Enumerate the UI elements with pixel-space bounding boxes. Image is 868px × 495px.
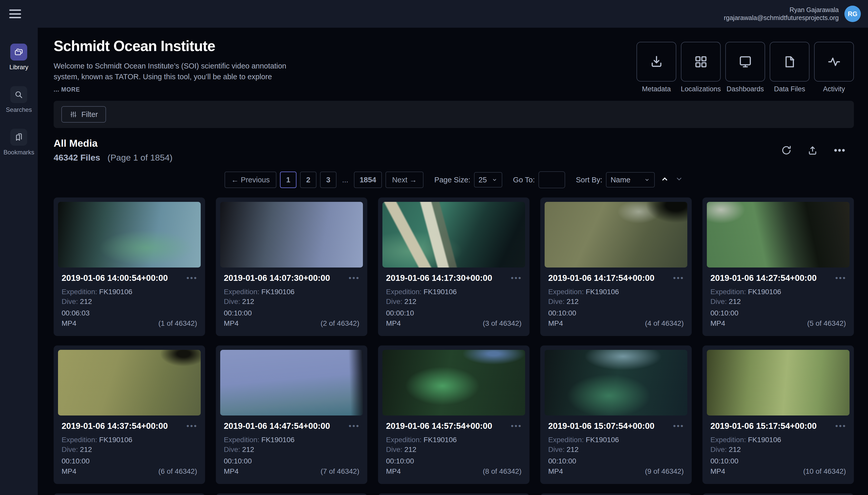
expedition-label: Expedition: (711, 288, 746, 296)
media-format: MP4 (548, 319, 563, 327)
media-duration: 00:06:03 (58, 309, 201, 317)
dive-value: 212 (242, 445, 254, 454)
expedition-label: Expedition: (386, 288, 422, 296)
media-card[interactable]: 2019-01-06 14:00:54+00:00 ••• Expedition… (54, 198, 205, 336)
avatar[interactable]: RG (845, 6, 861, 22)
media-duration: 00:10:00 (545, 457, 687, 465)
card-menu-icon[interactable]: ••• (835, 425, 847, 427)
sidebar-item-bookmarks[interactable]: Bookmarks (3, 129, 34, 156)
card-menu-icon[interactable]: ••• (673, 425, 684, 427)
more-options-button[interactable] (833, 144, 846, 156)
hamburger-menu-icon[interactable] (9, 10, 21, 18)
page-button-2[interactable]: 2 (300, 172, 316, 188)
media-card[interactable]: 2019-01-06 14:17:30+00:00 ••• Expedition… (378, 198, 530, 336)
media-format: MP4 (711, 319, 725, 327)
expedition-row: Expedition: FK190106 (224, 435, 359, 445)
metadata-button[interactable]: Metadata (636, 42, 676, 93)
card-menu-icon[interactable]: ••• (186, 277, 198, 279)
media-duration: 00:00:10 (382, 309, 525, 317)
chevron-down-icon (675, 175, 683, 183)
card-menu-icon[interactable]: ••• (673, 277, 684, 279)
filter-button[interactable]: Filter (61, 106, 106, 123)
section-actions (781, 144, 846, 156)
upload-button[interactable] (807, 144, 818, 156)
card-menu-icon[interactable]: ••• (511, 425, 522, 427)
download-icon (636, 42, 676, 82)
media-thumbnail[interactable] (545, 350, 687, 415)
media-title: 2019-01-06 14:17:54+00:00 (548, 273, 654, 283)
dive-label: Dive: (548, 445, 565, 454)
page-size-select[interactable]: 25 (474, 172, 502, 187)
last-page-button[interactable]: 1854 (354, 172, 382, 188)
media-format: MP4 (224, 319, 239, 327)
user-block[interactable]: Ryan Gajarawala rgajarawala@schmidtfutur… (724, 6, 861, 22)
page-button-1[interactable]: 1 (280, 172, 297, 188)
media-position: (3 of 46342) (483, 319, 521, 327)
sort-by-select[interactable]: Name (606, 172, 655, 187)
media-card[interactable] (54, 493, 205, 495)
card-menu-icon[interactable]: ••• (349, 425, 360, 427)
section-title: All Media (54, 138, 172, 149)
expedition-row: Expedition: FK190106 (224, 287, 359, 297)
media-thumbnail[interactable] (707, 350, 850, 415)
expedition-label: Expedition: (224, 288, 260, 296)
card-menu-icon[interactable]: ••• (186, 425, 198, 427)
media-card[interactable]: 2019-01-06 14:17:54+00:00 ••• Expedition… (540, 198, 692, 336)
media-title: 2019-01-06 14:17:30+00:00 (386, 273, 492, 283)
media-format: MP4 (548, 467, 563, 476)
media-card[interactable]: 2019-01-06 15:07:54+00:00 ••• Expedition… (540, 345, 692, 484)
activity-button[interactable]: Activity (814, 42, 854, 93)
page-button-3[interactable]: 3 (320, 172, 336, 188)
media-card[interactable]: 2019-01-06 14:57:54+00:00 ••• Expedition… (378, 345, 530, 484)
expedition-value: FK190106 (261, 436, 295, 444)
media-card[interactable] (378, 493, 530, 495)
section-header: All Media 46342 Files (Page 1 of 1854) (54, 138, 854, 163)
media-thumbnail[interactable] (58, 350, 201, 415)
expedition-value: FK190106 (99, 288, 132, 296)
previous-page-button[interactable]: ← Previous (224, 172, 277, 188)
dashboards-button[interactable]: Dashboards (725, 42, 765, 93)
media-title: 2019-01-06 14:37:54+00:00 (62, 421, 168, 431)
refresh-button[interactable] (781, 144, 792, 156)
files-count: 46342 Files (54, 153, 100, 163)
more-link[interactable]: ... MORE (54, 86, 298, 93)
sort-ascending-button[interactable] (661, 175, 669, 185)
sort-descending-button[interactable] (675, 175, 683, 185)
media-thumbnail[interactable] (382, 202, 525, 268)
media-thumbnail[interactable] (220, 202, 363, 268)
monitor-icon (725, 42, 765, 82)
media-card[interactable]: 2019-01-06 14:27:54+00:00 ••• Expedition… (702, 198, 854, 336)
card-menu-icon[interactable]: ••• (511, 277, 522, 279)
expedition-row: Expedition: FK190106 (548, 435, 684, 445)
media-title: 2019-01-06 15:17:54+00:00 (711, 421, 817, 431)
media-thumbnail[interactable] (707, 202, 850, 268)
media-card[interactable]: 2019-01-06 14:47:54+00:00 ••• Expedition… (216, 345, 367, 484)
dive-label: Dive: (224, 445, 240, 454)
media-card[interactable]: 2019-01-06 15:17:54+00:00 ••• Expedition… (702, 345, 854, 484)
main-content: Schmidt Ocean Institute Welcome to Schmi… (38, 28, 868, 495)
media-thumbnail[interactable] (382, 350, 525, 415)
media-thumbnail[interactable] (58, 202, 201, 268)
sidebar-item-searches[interactable]: Searches (6, 86, 32, 113)
data-files-button[interactable]: Data Files (770, 42, 809, 93)
media-card[interactable] (540, 493, 692, 495)
next-page-button[interactable]: Next → (385, 172, 424, 188)
goto-page-input[interactable] (538, 171, 565, 188)
localizations-button[interactable]: Localizations (681, 42, 721, 93)
media-thumbnail[interactable] (220, 350, 363, 415)
dive-value: 212 (567, 445, 579, 454)
media-card[interactable]: 2019-01-06 14:37:54+00:00 ••• Expedition… (54, 345, 205, 484)
media-card[interactable] (216, 493, 367, 495)
card-menu-icon[interactable]: ••• (349, 277, 360, 279)
media-duration: 00:10:00 (58, 457, 201, 465)
media-card[interactable] (702, 493, 854, 495)
sidebar-item-library[interactable]: Library (10, 44, 28, 71)
media-thumbnail[interactable] (545, 202, 687, 268)
media-card[interactable]: 2019-01-06 14:07:30+00:00 ••• Expedition… (216, 198, 367, 336)
sliders-icon (69, 110, 77, 118)
upload-icon (807, 144, 818, 156)
filter-button-label: Filter (81, 110, 98, 119)
expedition-value: FK190106 (586, 288, 619, 296)
user-name: Ryan Gajarawala (724, 6, 839, 14)
card-menu-icon[interactable]: ••• (835, 277, 847, 279)
